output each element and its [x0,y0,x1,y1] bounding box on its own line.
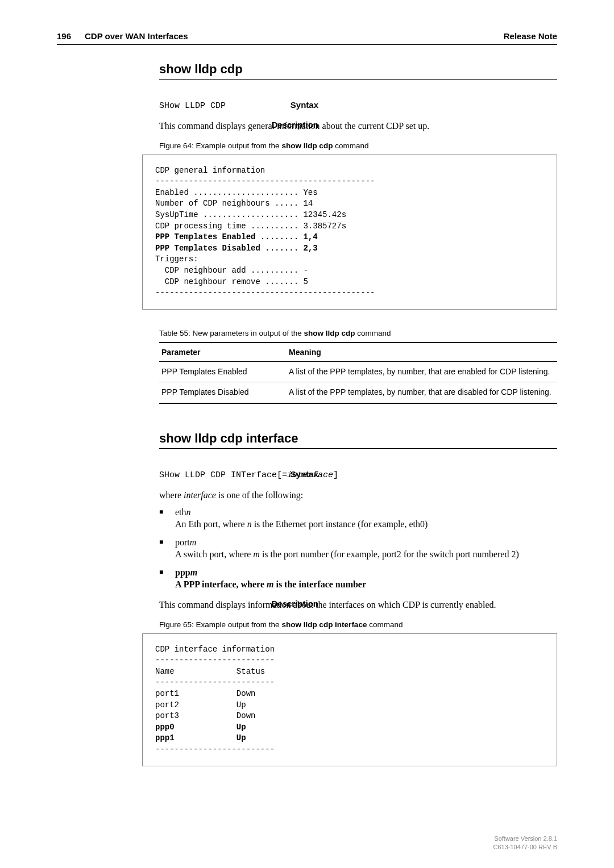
table-55-caption: Table 55: New parameters in output of th… [159,329,557,337]
section-rule [159,448,557,449]
th-meaning: Meaning [287,343,557,362]
figure-64-output: CDP general information ----------------… [142,155,557,310]
label-description: Description [216,120,318,130]
section-title-show-lldp-cdp-interface: show lldp cdp interface [159,431,557,446]
page-number: 196 [57,31,71,41]
list-item: ethn An Eth port, where n is the Etherne… [159,506,557,531]
description-text-2: This command displays information about … [159,600,496,610]
th-parameter: Parameter [159,343,287,362]
figure-65-output: CDP interface information --------------… [142,633,557,766]
page-header: 196 CDP over WAN Interfaces Release Note [57,31,557,45]
figure-64-caption: Figure 64: Example output from the show … [159,141,557,150]
table-55: Parameter Meaning PPP Templates Enabled … [159,342,557,404]
list-item: pppm A PPP interface, where m is the int… [159,566,557,591]
header-right: Release Note [504,31,557,41]
page-footer: Software Version 2.8.1 C613-10477-00 REV… [493,834,557,851]
chapter-title: CDP over WAN Interfaces [85,31,188,41]
interface-list: ethn An Eth port, where n is the Etherne… [159,506,557,591]
table-row: PPP Templates Enabled A list of the PPP … [159,361,557,382]
table-row: PPP Templates Disabled A list of the PPP… [159,382,557,403]
figure-65-caption: Figure 65: Example output from the show … [159,620,557,629]
section-title-show-lldp-cdp: show lldp cdp [159,62,557,77]
list-item: portm A switch port, where m is the port… [159,536,557,561]
label-syntax: Syntax [216,100,318,110]
label-description: Description [216,599,318,608]
where-clause: where interface is one of the following: [159,489,557,502]
label-syntax: Syntax [216,469,318,479]
section-rule [159,79,557,80]
